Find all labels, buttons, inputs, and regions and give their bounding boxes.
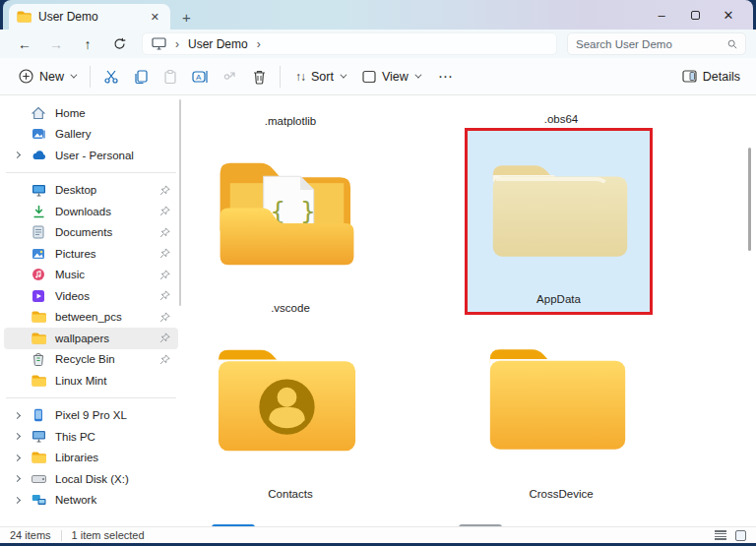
close-button[interactable]: ✕ <box>712 8 745 23</box>
disk-icon <box>31 471 46 487</box>
sidebar-item-documents[interactable]: Documents <box>4 222 178 244</box>
chevron-right-icon[interactable] <box>14 152 21 158</box>
cut-button[interactable] <box>96 62 126 91</box>
file-label-matplotlib[interactable]: .matplotlib <box>202 115 379 127</box>
pin-icon <box>159 290 170 301</box>
folder-contacts-icon[interactable] <box>209 337 365 463</box>
sidebar-item-linux-mint[interactable]: Linux Mint <box>4 370 178 392</box>
home-icon <box>31 105 46 121</box>
sidebar-item-libraries[interactable]: Libraries <box>4 448 178 469</box>
folder-icon <box>31 309 46 325</box>
sidebar-item-desktop[interactable]: Desktop <box>4 180 178 202</box>
pin-icon <box>159 248 170 259</box>
back-button[interactable]: ← <box>10 36 39 52</box>
more-options-button[interactable]: ⋯ <box>428 68 464 86</box>
breadcrumb-item-user-demo[interactable]: User Demo <box>188 37 248 51</box>
sidebar-divider <box>6 397 176 398</box>
network-icon <box>31 492 46 508</box>
sidebar-item-label: Videos <box>55 290 159 302</box>
minimize-button[interactable]: – <box>645 8 678 23</box>
share-button[interactable] <box>215 62 244 91</box>
file-label-obs64[interactable]: .obs64 <box>472 113 650 125</box>
documents-icon <box>31 224 46 240</box>
maximize-button[interactable] <box>678 8 712 23</box>
sort-button-label: Sort <box>311 70 334 84</box>
pin-icon <box>159 206 170 216</box>
sidebar-item-label: wallpapers <box>55 333 159 344</box>
hidden-folder-appdata-icon <box>483 147 637 271</box>
sidebar-item-local-disk-x[interactable]: Local Disk (X:) <box>4 468 178 490</box>
copy-button[interactable] <box>126 62 156 91</box>
refresh-button[interactable] <box>104 37 134 50</box>
sidebar-item-user-personal[interactable]: User - Personal <box>4 145 178 166</box>
file-label-vscode[interactable]: .vscode <box>202 302 379 314</box>
search-input[interactable] <box>576 38 727 50</box>
folder-crossdevice-icon[interactable] <box>480 337 635 461</box>
sidebar-item-label: User - Personal <box>55 150 170 161</box>
paste-button[interactable] <box>156 62 185 91</box>
sidebar-item-pixel-9-pro-xl[interactable]: Pixel 9 Pro XL <box>4 405 178 427</box>
onedrive-cloud-icon <box>31 148 46 163</box>
navigation-bar: ← → ↑ › User Demo › <box>0 30 756 58</box>
content-scrollbar[interactable] <box>748 148 751 251</box>
rename-button[interactable]: A <box>185 62 215 91</box>
file-label-crossdevice[interactable]: CrossDevice <box>472 488 650 500</box>
desktop-icon <box>31 182 46 198</box>
tab-user-demo[interactable]: User Demo ✕ <box>9 4 170 30</box>
chevron-right-icon[interactable] <box>14 497 21 504</box>
chevron-right-icon[interactable] <box>14 433 21 440</box>
window-controls: – ✕ <box>645 0 745 30</box>
selected-file-appdata[interactable]: AppData <box>465 128 653 315</box>
search-box[interactable] <box>567 32 746 55</box>
music-icon <box>31 267 46 282</box>
folder-icon <box>31 373 46 389</box>
partial-folder-icon <box>212 524 255 526</box>
folder-icon <box>31 450 46 465</box>
sidebar-item-videos[interactable]: Videos <box>4 285 178 307</box>
chevron-down-icon <box>70 72 77 79</box>
close-tab-icon[interactable]: ✕ <box>148 11 162 24</box>
chevron-right-icon[interactable] <box>14 475 21 482</box>
selection-count: 1 item selected <box>72 529 145 541</box>
delete-button[interactable] <box>244 62 274 91</box>
sidebar-item-pictures[interactable]: Pictures <box>4 243 178 265</box>
details-pane-button[interactable]: Details <box>676 70 746 84</box>
sidebar-item-label: Libraries <box>55 452 170 463</box>
sidebar-divider <box>6 172 176 173</box>
sidebar-item-network[interactable]: Network <box>4 490 178 512</box>
sidebar-item-wallpapers[interactable]: wallpapers <box>4 328 178 349</box>
sidebar-item-label: Recycle Bin <box>55 353 159 365</box>
breadcrumb-chevron-icon: › <box>175 37 179 51</box>
sidebar-item-recycle-bin[interactable]: Recycle Bin <box>4 349 178 371</box>
breadcrumb[interactable]: › User Demo › <box>142 32 557 55</box>
view-button[interactable]: View <box>353 62 428 91</box>
details-view-icon[interactable] <box>715 530 726 540</box>
sidebar-scrollbar[interactable] <box>179 99 182 306</box>
forward-button[interactable]: → <box>41 36 71 52</box>
up-button[interactable]: ↑ <box>73 36 102 52</box>
file-grid: .matplotlib .obs64 { } .vscode <box>182 95 756 526</box>
sidebar-item-between-pcs[interactable]: between_pcs <box>4 307 178 329</box>
plus-circle-icon <box>19 69 33 84</box>
downloads-icon <box>31 204 46 219</box>
pin-icon <box>159 227 170 238</box>
sidebar-item-label: This PC <box>55 431 170 443</box>
sidebar-item-home[interactable]: Home <box>4 102 178 124</box>
chevron-right-icon[interactable] <box>14 412 21 419</box>
sort-arrows-icon: ↑↓ <box>295 70 305 84</box>
sidebar-item-music[interactable]: Music <box>4 265 178 286</box>
chevron-right-icon[interactable] <box>14 455 21 461</box>
sort-button[interactable]: ↑↓ Sort <box>286 62 353 91</box>
sidebar-item-downloads[interactable]: Downloads <box>4 201 178 222</box>
command-toolbar: New A ↑↓ Sort View <box>0 58 756 95</box>
pin-icon <box>159 312 170 323</box>
thumbnail-view-icon[interactable] <box>735 530 746 541</box>
sidebar-item-label: Linux Mint <box>55 375 170 387</box>
folder-vscode-icon[interactable]: { } <box>207 150 367 273</box>
sidebar-item-this-pc[interactable]: This PC <box>4 426 178 448</box>
file-label-contacts[interactable]: Contacts <box>202 488 379 500</box>
new-button[interactable]: New <box>10 62 84 91</box>
new-tab-button[interactable]: + <box>182 9 191 26</box>
file-label-appdata: AppData <box>468 293 650 305</box>
sidebar-item-gallery[interactable]: Gallery <box>4 124 178 146</box>
